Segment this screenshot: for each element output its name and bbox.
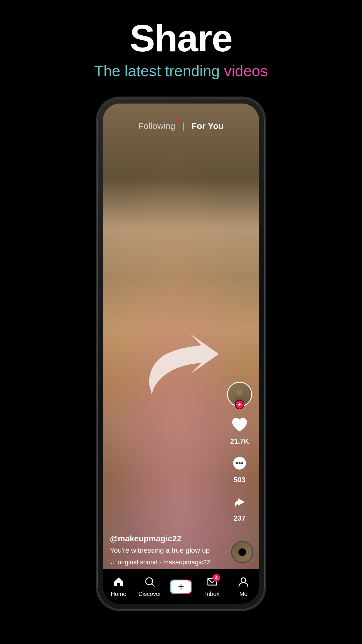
video-bottom-info: @makeupmagic22 You're witnessing a true … (110, 534, 224, 566)
share-count: 237 (234, 514, 245, 522)
search-icon (144, 576, 155, 589)
svg-point-3 (236, 462, 238, 464)
video-top-nav: Following | For You (103, 121, 259, 131)
home-icon (113, 576, 124, 589)
like-button[interactable]: 21.7K (229, 415, 250, 445)
music-note-icon: ♫ (110, 559, 115, 566)
subtitle-teal: The latest trending (94, 62, 224, 79)
bottom-nav: Home Discover + (103, 569, 259, 604)
nav-separator: | (182, 121, 184, 131)
right-actions: + 21.7K (227, 382, 252, 522)
inbox-icon: 4 (207, 576, 218, 589)
video-sound[interactable]: ♫ original sound - makeupmagic22 (110, 559, 224, 566)
header-section: Share The latest trending videos (0, 0, 362, 91)
following-tab[interactable]: Following (138, 121, 175, 131)
sound-label: original sound - makeupmagic22 (118, 559, 210, 566)
svg-point-9 (241, 578, 246, 582)
comment-button[interactable]: 503 (229, 454, 250, 484)
follow-plus-button[interactable]: + (235, 400, 244, 409)
plus-icon: + (178, 581, 184, 593)
nav-discover[interactable]: Discover (138, 576, 161, 597)
like-count: 21.7K (230, 437, 249, 445)
subtitle-highlight: videos (224, 62, 268, 79)
inbox-badge-count: 4 (212, 574, 220, 582)
share-button[interactable]: 237 (229, 492, 250, 522)
for-you-tab[interactable]: For You (191, 121, 224, 131)
svg-point-0 (236, 388, 243, 396)
comment-count: 503 (234, 476, 245, 484)
notification-dot (176, 120, 179, 123)
phone-screen: Following | For You (103, 104, 259, 604)
video-username[interactable]: @makeupmagic22 (110, 534, 224, 543)
nav-me[interactable]: Me (232, 576, 255, 597)
home-label: Home (111, 591, 126, 597)
music-disc (231, 541, 253, 563)
music-disc-inner (238, 548, 246, 556)
avatar-container[interactable]: + (227, 382, 252, 407)
comment-icon (229, 454, 250, 474)
page-title: Share (0, 18, 362, 59)
discover-label: Discover (138, 591, 161, 597)
heart-icon (229, 415, 250, 435)
subtitle: The latest trending videos (0, 62, 362, 80)
share-arrow-icon (131, 319, 231, 401)
share-arrow-overlay (131, 319, 231, 402)
inbox-label: Inbox (205, 591, 219, 597)
video-caption: You're witnessing a true glow up (110, 546, 224, 554)
create-button[interactable]: + (170, 580, 192, 594)
svg-point-4 (239, 462, 241, 464)
svg-line-8 (152, 584, 154, 586)
nav-create[interactable]: + (169, 580, 193, 594)
nav-home[interactable]: Home (107, 576, 130, 597)
phone-mockup: Following | For You (96, 97, 266, 610)
profile-icon (238, 576, 249, 589)
nav-inbox[interactable]: 4 Inbox (201, 576, 224, 597)
me-label: Me (239, 591, 247, 597)
share-icon (229, 492, 250, 512)
svg-point-5 (241, 462, 243, 464)
